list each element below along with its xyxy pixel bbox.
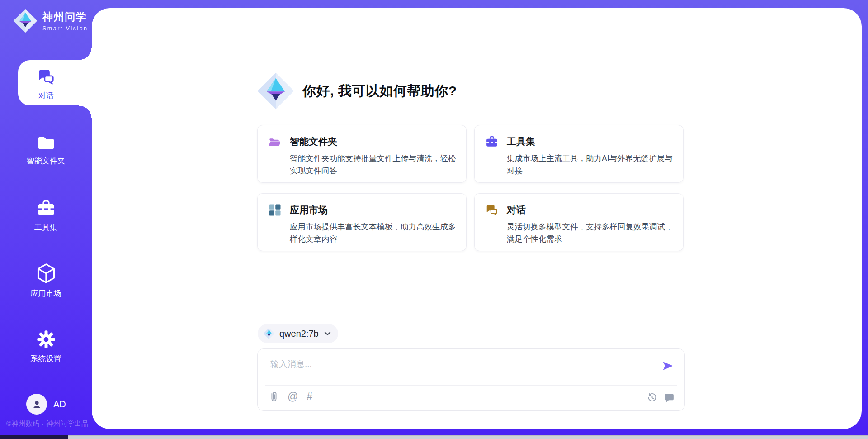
sidebar: 神州问学 Smart Vision 对话 智能文件夹 工具集 应用市场 系统设置 [0,0,92,439]
card-title: 对话 [507,204,526,216]
card-description: 智能文件夹功能支持批量文件上传与清洗，轻松实现文件问答 [290,153,458,177]
chat-icon [485,203,499,217]
horizontal-scrollbar[interactable] [0,435,868,439]
card-description: 集成市场上主流工具，助力AI与外界无缝扩展与对接 [507,153,675,177]
card-title: 工具集 [507,135,535,148]
send-icon[interactable] [661,359,675,372]
brand: 神州问学 Smart Vision [13,8,88,33]
active-tab-fillet-top [79,48,92,60]
brand-subtitle: Smart Vision [42,25,88,32]
sidebar-item-label: 工具集 [34,222,57,233]
sidebar-item-chat[interactable]: 对话 [0,67,92,101]
toolbox-icon [485,135,499,148]
message-input[interactable] [269,356,642,372]
card-title: 应用市场 [290,204,328,216]
card-app-market[interactable]: 应用市场 应用市场提供丰富长文本模板，助力高效生成多样化文章内容 [257,193,467,251]
scrollbar-corner [0,435,68,439]
avatar [26,394,47,415]
message-composer: @ # [257,348,685,411]
chat-icon [37,67,56,86]
card-chat[interactable]: 对话 灵活切换多模型文件，支持多样回复效果调试，满足个性化需求 [474,193,684,251]
app-page: 你好, 我可以如何帮助你? 智能文件夹 智能文件夹功能支持批量文件上传与清洗，轻… [0,0,868,439]
card-smart-folder[interactable]: 智能文件夹 智能文件夹功能支持批量文件上传与清洗，轻松实现文件问答 [257,125,467,183]
card-toolset[interactable]: 工具集 集成市场上主流工具，助力AI与外界无缝扩展与对接 [474,125,684,183]
greeting-row: 你好, 我可以如何帮助你? [256,72,457,110]
gear-icon [36,329,56,349]
history-icon[interactable] [647,392,657,403]
sidebar-item-app-market[interactable]: 应用市场 [0,262,92,299]
model-logo-icon [263,328,275,339]
card-description: 灵活切换多模型文件，支持多样回复效果调试，满足个性化需求 [507,221,675,245]
paperclip-icon[interactable] [269,391,279,403]
app-logo-icon [256,72,295,110]
greeting-text: 你好, 我可以如何帮助你? [302,82,457,100]
chevron-down-icon [324,331,331,336]
toolbox-icon [36,198,56,218]
mention-icon[interactable]: @ [288,391,298,402]
sidebar-item-label: 智能文件夹 [27,156,65,166]
cube-icon [36,262,56,284]
person-icon [31,398,43,410]
folder-open-icon [268,135,282,148]
sidebar-item-toolset[interactable]: 工具集 [0,198,92,233]
shortcut-cards: 智能文件夹 智能文件夹功能支持批量文件上传与清洗，轻松实现文件问答 工具集 集成… [257,125,684,251]
active-tab-fillet-bottom [79,105,92,118]
hash-icon[interactable]: # [307,391,312,402]
quick-message-icon[interactable] [664,392,675,403]
card-description: 应用市场提供丰富长文本模板，助力高效生成多样化文章内容 [290,221,458,245]
composer-divider [265,385,677,386]
diamond-logo-icon [13,8,38,33]
card-title: 智能文件夹 [290,135,337,148]
composer-actions [647,392,675,403]
composer-tools: @ # [269,391,312,403]
sidebar-item-label: 对话 [38,91,54,101]
user-name: AD [53,399,66,410]
sidebar-item-smart-folder[interactable]: 智能文件夹 [0,134,92,166]
sidebar-item-label: 系统设置 [31,353,61,364]
model-name: qwen2:7b [279,329,319,339]
model-selector[interactable]: qwen2:7b [258,324,338,343]
sidebar-item-label: 应用市场 [31,288,61,299]
copyright-footer: ©神州数码 · 神州问学出品 [6,420,88,428]
main-panel: 你好, 我可以如何帮助你? 智能文件夹 智能文件夹功能支持批量文件上传与清洗，轻… [92,8,862,429]
folder-icon [36,134,56,152]
app-grid-icon [268,203,282,217]
user-profile[interactable]: AD [26,394,66,415]
brand-title: 神州问学 [42,10,88,24]
sidebar-item-settings[interactable]: 系统设置 [0,329,92,364]
